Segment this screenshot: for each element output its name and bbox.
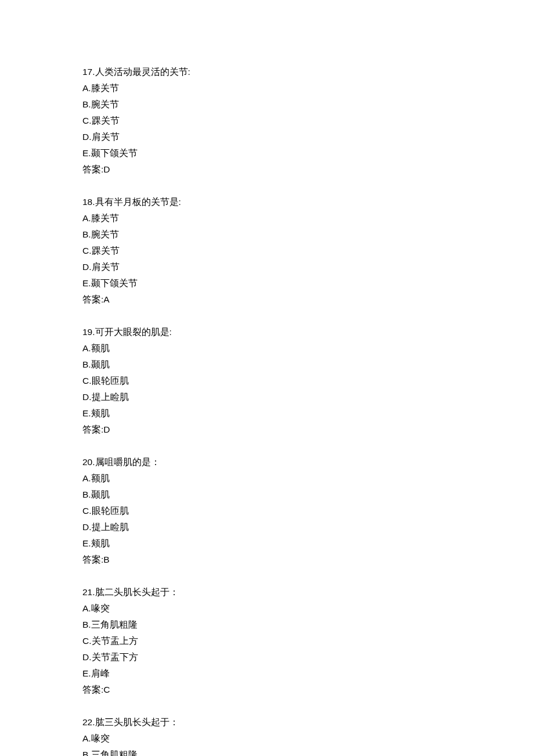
answer-line: 答案:C [82,682,534,698]
answer-line: 答案:A [82,291,534,308]
question-18: 18.具有半月板的关节是: A.膝关节 B.腕关节 C.踝关节 D.肩关节 E.… [82,194,534,308]
option-e: E.肩峰 [82,665,534,682]
question-stem: 21.肱二头肌长头起于： [82,584,534,600]
option-a: A.额肌 [82,340,534,357]
option-b: B.腕关节 [82,96,534,113]
question-stem: 22.肱三头肌长头起于： [82,714,534,730]
option-a: A.膝关节 [82,210,534,226]
option-a: A.喙突 [82,730,534,747]
answer-line: 答案:B [82,552,534,568]
option-d: D.关节盂下方 [82,649,534,665]
option-d: D.提上睑肌 [82,389,534,405]
answer-line: 答案:D [82,161,534,178]
option-e: E.颊肌 [82,405,534,422]
answer-line: 答案:D [82,422,534,438]
question-19: 19.可开大眼裂的肌是: A.额肌 B.颞肌 C.眼轮匝肌 D.提上睑肌 E.颊… [82,324,534,438]
option-e: E.颞下颌关节 [82,145,534,161]
option-b: B.三角肌粗隆 [82,617,534,633]
question-17: 17.人类活动最灵活的关节: A.膝关节 B.腕关节 C.踝关节 D.肩关节 E… [82,64,534,178]
page-content: 17.人类活动最灵活的关节: A.膝关节 B.腕关节 C.踝关节 D.肩关节 E… [0,0,534,756]
question-stem: 20.属咀嚼肌的是： [82,454,534,470]
question-20: 20.属咀嚼肌的是： A.额肌 B.颞肌 C.眼轮匝肌 D.提上睑肌 E.颊肌 … [82,454,534,568]
option-b: B.腕关节 [82,226,534,243]
question-stem: 19.可开大眼裂的肌是: [82,324,534,340]
option-a: A.膝关节 [82,80,534,96]
option-c: C.踝关节 [82,113,534,129]
option-d: D.肩关节 [82,259,534,275]
question-stem: 18.具有半月板的关节是: [82,194,534,210]
option-c: C.关节盂上方 [82,633,534,649]
option-e: E.颊肌 [82,535,534,552]
option-a: A.额肌 [82,470,534,487]
option-b: B.三角肌粗隆 [82,747,534,756]
option-d: D.提上睑肌 [82,519,534,535]
option-a: A.喙突 [82,600,534,617]
option-c: C.眼轮匝肌 [82,373,534,389]
option-c: C.踝关节 [82,243,534,259]
option-b: B.颞肌 [82,487,534,503]
question-stem: 17.人类活动最灵活的关节: [82,64,534,80]
option-e: E.颞下颌关节 [82,275,534,291]
option-d: D.肩关节 [82,129,534,145]
question-21: 21.肱二头肌长头起于： A.喙突 B.三角肌粗隆 C.关节盂上方 D.关节盂下… [82,584,534,698]
option-b: B.颞肌 [82,357,534,373]
option-c: C.眼轮匝肌 [82,503,534,519]
question-22: 22.肱三头肌长头起于： A.喙突 B.三角肌粗隆 C.关节盂上方 [82,714,534,756]
